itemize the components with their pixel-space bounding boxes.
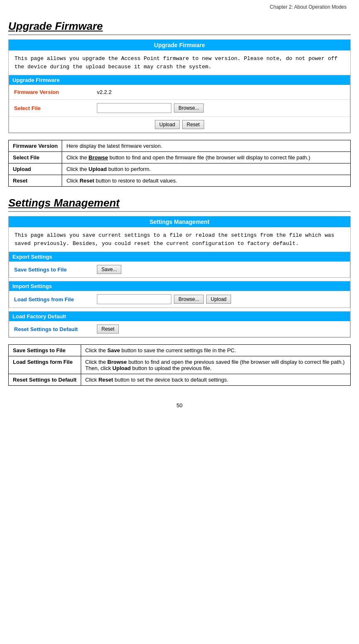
reset-settings-row: Reset Settings to Default Reset	[9, 321, 350, 337]
desc-text: Click the Browse button to find and open…	[81, 356, 350, 374]
save-button[interactable]: Save...	[97, 265, 121, 274]
desc-text: Click the Upload button to perform.	[62, 163, 351, 175]
desc-text: Click Reset button to restore to default…	[62, 175, 351, 187]
firmware-version-row: Firmware Version v2.2.2	[9, 85, 350, 100]
page-number: 50	[8, 402, 351, 409]
settings-management-intro: This page allows you save current settin…	[9, 227, 350, 252]
select-file-label: Select File	[14, 105, 97, 111]
settings-management-ui-box: Settings Management This page allows you…	[8, 216, 351, 338]
settings-management-title: Settings Management	[8, 197, 351, 212]
save-settings-row: Save Settings to File Save...	[9, 262, 350, 277]
import-settings-header: Import Settings	[9, 281, 350, 291]
desc-label: Save Settings to File	[9, 345, 81, 356]
desc-text: Click Reset button to set the device bac…	[81, 374, 350, 386]
select-file-row: Select File Browse...	[9, 100, 350, 117]
upload-reset-row: Upload Reset	[9, 117, 350, 132]
factory-default-box: Load Factory Default Reset Settings to D…	[9, 311, 350, 337]
save-settings-label: Save Settings to File	[14, 267, 97, 273]
settings-management-desc-table: Save Settings to File Click the Save but…	[8, 344, 351, 386]
load-settings-label: Load Settings from File	[14, 296, 97, 303]
load-upload-button[interactable]: Upload	[206, 295, 231, 304]
export-settings-header: Export Settings	[9, 252, 350, 262]
browse-button[interactable]: Browse...	[174, 103, 204, 113]
table-row: Reset Settings to Default Click Reset bu…	[9, 374, 351, 386]
table-row: Load Settings form File Click the Browse…	[9, 356, 351, 374]
upgrade-firmware-title: Upgrade Firmware	[8, 20, 351, 35]
upgrade-firmware-desc-table: Firmware Version Here display the latest…	[8, 140, 351, 187]
upgrade-firmware-inner-box: Upgrade Firmware Firmware Version v2.2.2…	[9, 75, 350, 133]
import-settings-box: Import Settings Load Settings from File …	[9, 281, 350, 308]
reset-settings-label: Reset Settings to Default	[14, 326, 97, 332]
load-settings-row: Load Settings from File Browse... Upload	[9, 291, 350, 308]
desc-label: Firmware Version	[9, 140, 62, 152]
desc-label: Upload	[9, 163, 62, 175]
table-row: Reset Click Reset button to restore to d…	[9, 175, 351, 187]
table-row: Save Settings to File Click the Save but…	[9, 345, 351, 356]
desc-text: Here display the latest firmware version…	[62, 140, 351, 152]
desc-text: Click the Save button to save the curren…	[81, 345, 350, 356]
upgrade-firmware-sub-header: Upgrade Firmware	[9, 75, 350, 85]
select-file-input[interactable]	[97, 103, 171, 113]
factory-default-header: Load Factory Default	[9, 312, 350, 321]
firmware-version-value: v2.2.2	[97, 89, 111, 95]
table-row: Select File Click the Browse button to f…	[9, 152, 351, 163]
upload-button[interactable]: Upload	[155, 120, 180, 129]
reset-button[interactable]: Reset	[182, 120, 204, 129]
upgrade-firmware-intro: This page allows you upgrade the Access …	[9, 50, 350, 75]
settings-management-ui-header: Settings Management	[9, 216, 350, 227]
table-row: Upload Click the Upload button to perfor…	[9, 163, 351, 175]
chapter-header: Chapter 2: About Operation Modes	[8, 4, 351, 10]
upgrade-firmware-ui-box: Upgrade Firmware This page allows you up…	[8, 39, 351, 133]
export-settings-box: Export Settings Save Settings to File Sa…	[9, 252, 350, 278]
firmware-version-label: Firmware Version	[14, 89, 97, 95]
load-browse-button[interactable]: Browse...	[174, 295, 204, 304]
table-row: Firmware Version Here display the latest…	[9, 140, 351, 152]
desc-label: Load Settings form File	[9, 356, 81, 374]
upgrade-firmware-ui-header: Upgrade Firmware	[9, 40, 350, 50]
desc-label: Select File	[9, 152, 62, 163]
desc-label: Reset	[9, 175, 62, 187]
desc-label: Reset Settings to Default	[9, 374, 81, 386]
factory-reset-button[interactable]: Reset	[97, 324, 119, 334]
load-file-input[interactable]	[97, 294, 171, 304]
desc-text: Click the Browse button to find and open…	[62, 152, 351, 163]
